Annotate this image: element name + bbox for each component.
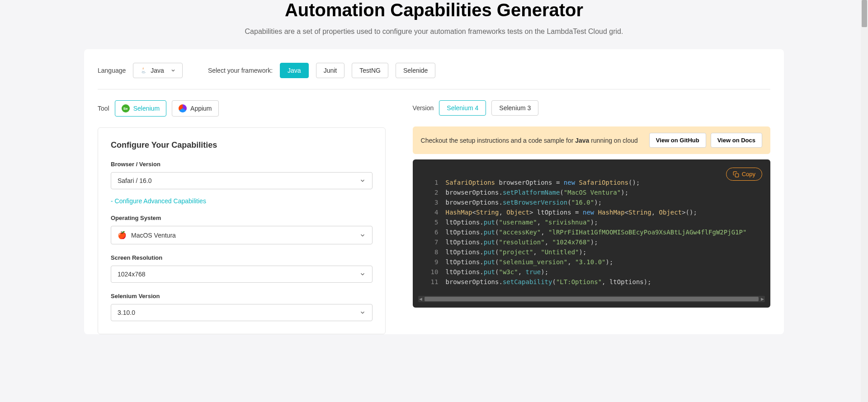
copy-icon <box>733 171 739 178</box>
browser-value: Safari / 16.0 <box>118 177 152 184</box>
framework-junit-button[interactable]: Junit <box>316 63 345 78</box>
resolution-value: 1024x768 <box>118 271 146 278</box>
tool-label: Tool <box>98 105 109 112</box>
scrollbar-thumb[interactable] <box>862 0 867 27</box>
resolution-label: Screen Resolution <box>111 254 373 261</box>
view-docs-button[interactable]: View on Docs <box>711 133 762 148</box>
os-label: Operating System <box>111 215 373 221</box>
code-block: Copy 1234567891011 SafariOptions browser… <box>413 159 770 308</box>
code-lines[interactable]: SafariOptions browserOptions = new Safar… <box>445 178 770 287</box>
tool-appium-label: Appium <box>190 105 212 112</box>
main-card: Language Java Select your framework: Jav… <box>84 49 784 334</box>
version-selenium3-button[interactable]: Selenium 3 <box>491 100 538 116</box>
banner-text: Checkout the setup instructions and a co… <box>421 137 638 144</box>
os-select[interactable]: 🍎 MacOS Ventura <box>111 226 373 244</box>
copy-label: Copy <box>742 171 755 178</box>
tool-selenium-button[interactable]: Selenium <box>115 100 166 117</box>
selenium-version-label: Selenium Version <box>111 293 373 299</box>
version-label: Version <box>413 104 434 112</box>
advanced-capabilities-link[interactable]: - Configure Advanced Capabilities <box>111 197 373 205</box>
selenium-version-select[interactable]: 3.10.0 <box>111 304 373 321</box>
code-gutter: 1234567891011 <box>413 178 446 287</box>
chevron-down-icon <box>359 271 366 277</box>
view-github-button[interactable]: View on GitHub <box>649 133 706 148</box>
appium-icon <box>179 104 187 112</box>
chevron-down-icon <box>359 232 366 238</box>
framework-selenide-button[interactable]: Selenide <box>396 63 436 78</box>
page-subtitle: Capabilities are a set of properties use… <box>84 28 784 36</box>
tool-appium-button[interactable]: Appium <box>172 100 218 117</box>
chevron-down-icon <box>359 309 366 316</box>
horizontal-scrollbar[interactable] <box>418 296 765 302</box>
version-selenium4-button[interactable]: Selenium 4 <box>439 100 486 116</box>
chevron-down-icon <box>359 178 366 184</box>
page-title: Automation Capabilities Generator <box>84 0 784 20</box>
copy-button[interactable]: Copy <box>726 168 762 181</box>
language-label: Language <box>98 67 126 74</box>
framework-label: Select your framework: <box>208 67 273 74</box>
browser-label: Browser / Version <box>111 161 373 168</box>
chevron-down-icon <box>170 68 176 73</box>
framework-java-button[interactable]: Java <box>280 63 309 78</box>
browser-select[interactable]: Safari / 16.0 <box>111 172 373 189</box>
language-select[interactable]: Java <box>133 63 183 78</box>
selenium-version-value: 3.10.0 <box>118 309 135 316</box>
config-title: Configure Your Capabilities <box>111 140 373 150</box>
scrollbar-thumb[interactable] <box>425 297 759 301</box>
framework-testng-button[interactable]: TestNG <box>352 63 388 78</box>
selenium-icon <box>122 104 130 112</box>
config-panel: Configure Your Capabilities Browser / Ve… <box>98 127 386 334</box>
tool-selenium-label: Selenium <box>133 105 160 112</box>
apple-icon: 🍎 <box>118 231 127 239</box>
setup-banner: Checkout the setup instructions and a co… <box>413 126 770 154</box>
language-value: Java <box>151 67 164 74</box>
resolution-select[interactable]: 1024x768 <box>111 266 373 283</box>
java-icon <box>140 67 147 74</box>
os-value: MacOS Ventura <box>131 232 176 239</box>
svg-rect-0 <box>735 173 739 177</box>
vertical-scrollbar[interactable] <box>861 0 868 334</box>
